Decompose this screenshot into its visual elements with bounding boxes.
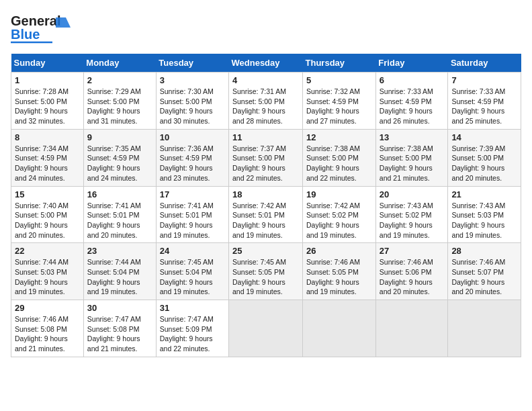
day-number: 20 bbox=[380, 189, 445, 199]
day-number: 24 bbox=[160, 246, 225, 256]
calendar-cell: 5Sunrise: 7:32 AMSunset: 4:59 PMDaylight… bbox=[303, 73, 376, 130]
day-info: Sunrise: 7:38 AMSunset: 5:00 PMDaylight:… bbox=[306, 144, 372, 183]
calendar-cell: 20Sunrise: 7:43 AMSunset: 5:02 PMDayligh… bbox=[375, 186, 448, 243]
calendar-cell: 3Sunrise: 7:30 AMSunset: 5:00 PMDaylight… bbox=[156, 73, 228, 130]
calendar-cell: 15Sunrise: 7:40 AMSunset: 5:00 PMDayligh… bbox=[11, 186, 84, 243]
svg-text:General: General bbox=[11, 13, 60, 28]
svg-marker-2 bbox=[56, 17, 71, 28]
calendar-cell: 26Sunrise: 7:46 AMSunset: 5:05 PMDayligh… bbox=[303, 243, 376, 300]
day-info: Sunrise: 7:37 AMSunset: 5:00 PMDaylight:… bbox=[232, 144, 299, 183]
calendar-cell: 13Sunrise: 7:38 AMSunset: 5:00 PMDayligh… bbox=[375, 129, 448, 186]
day-info: Sunrise: 7:38 AMSunset: 5:00 PMDaylight:… bbox=[380, 144, 445, 183]
calendar-cell: 14Sunrise: 7:39 AMSunset: 5:00 PMDayligh… bbox=[448, 129, 521, 186]
day-number: 14 bbox=[451, 132, 517, 142]
day-number: 10 bbox=[160, 132, 225, 142]
day-number: 27 bbox=[380, 246, 445, 256]
header: General Blue bbox=[11, 11, 521, 46]
svg-text:Blue: Blue bbox=[11, 27, 40, 42]
calendar-cell bbox=[229, 300, 303, 357]
calendar-cell: 24Sunrise: 7:45 AMSunset: 5:04 PMDayligh… bbox=[156, 243, 228, 300]
day-number: 5 bbox=[306, 75, 372, 85]
day-info: Sunrise: 7:43 AMSunset: 5:03 PMDaylight:… bbox=[451, 201, 517, 240]
day-number: 9 bbox=[87, 132, 152, 142]
day-number: 21 bbox=[451, 189, 517, 199]
day-number: 30 bbox=[87, 303, 152, 313]
day-info: Sunrise: 7:41 AMSunset: 5:01 PMDaylight:… bbox=[160, 201, 225, 240]
day-number: 11 bbox=[232, 132, 299, 142]
calendar-cell: 4Sunrise: 7:31 AMSunset: 5:00 PMDaylight… bbox=[229, 73, 303, 130]
main-container: General Blue SundayMondayTuesdayWednesda… bbox=[0, 0, 532, 363]
day-info: Sunrise: 7:39 AMSunset: 5:00 PMDaylight:… bbox=[451, 144, 517, 183]
weekday-wednesday: Wednesday bbox=[229, 54, 303, 73]
calendar-cell bbox=[375, 300, 448, 357]
week-row-1: 1Sunrise: 7:28 AMSunset: 5:00 PMDaylight… bbox=[11, 73, 521, 130]
day-info: Sunrise: 7:44 AMSunset: 5:03 PMDaylight:… bbox=[15, 257, 80, 297]
day-number: 15 bbox=[15, 189, 80, 199]
weekday-friday: Friday bbox=[375, 54, 448, 73]
day-info: Sunrise: 7:33 AMSunset: 4:59 PMDaylight:… bbox=[451, 87, 517, 126]
day-info: Sunrise: 7:46 AMSunset: 5:06 PMDaylight:… bbox=[380, 257, 445, 297]
day-number: 19 bbox=[306, 189, 372, 199]
calendar-cell: 29Sunrise: 7:46 AMSunset: 5:08 PMDayligh… bbox=[11, 300, 84, 357]
calendar-table: SundayMondayTuesdayWednesdayThursdayFrid… bbox=[11, 54, 521, 357]
day-number: 25 bbox=[232, 246, 299, 256]
calendar-cell: 6Sunrise: 7:33 AMSunset: 4:59 PMDaylight… bbox=[375, 73, 448, 130]
day-info: Sunrise: 7:47 AMSunset: 5:09 PMDaylight:… bbox=[160, 314, 225, 354]
day-info: Sunrise: 7:34 AMSunset: 4:59 PMDaylight:… bbox=[15, 144, 80, 183]
week-row-4: 22Sunrise: 7:44 AMSunset: 5:03 PMDayligh… bbox=[11, 243, 521, 300]
weekday-sunday: Sunday bbox=[11, 54, 84, 73]
day-number: 23 bbox=[87, 246, 152, 256]
day-info: Sunrise: 7:33 AMSunset: 4:59 PMDaylight:… bbox=[380, 87, 445, 126]
calendar-cell: 21Sunrise: 7:43 AMSunset: 5:03 PMDayligh… bbox=[448, 186, 521, 243]
calendar-cell: 18Sunrise: 7:42 AMSunset: 5:01 PMDayligh… bbox=[229, 186, 303, 243]
day-number: 12 bbox=[306, 132, 372, 142]
day-number: 1 bbox=[15, 75, 80, 85]
day-info: Sunrise: 7:45 AMSunset: 5:05 PMDaylight:… bbox=[232, 257, 299, 297]
day-number: 16 bbox=[87, 189, 152, 199]
day-info: Sunrise: 7:32 AMSunset: 4:59 PMDaylight:… bbox=[306, 87, 372, 126]
calendar-cell bbox=[448, 300, 521, 357]
calendar-cell: 11Sunrise: 7:37 AMSunset: 5:00 PMDayligh… bbox=[229, 129, 303, 186]
day-number: 3 bbox=[160, 75, 225, 85]
day-number: 2 bbox=[87, 75, 152, 85]
weekday-monday: Monday bbox=[83, 54, 156, 73]
day-info: Sunrise: 7:46 AMSunset: 5:08 PMDaylight:… bbox=[15, 314, 80, 354]
calendar-cell: 19Sunrise: 7:42 AMSunset: 5:02 PMDayligh… bbox=[303, 186, 376, 243]
day-info: Sunrise: 7:41 AMSunset: 5:01 PMDaylight:… bbox=[87, 201, 152, 240]
week-row-3: 15Sunrise: 7:40 AMSunset: 5:00 PMDayligh… bbox=[11, 186, 521, 243]
day-number: 4 bbox=[232, 75, 299, 85]
weekday-saturday: Saturday bbox=[448, 54, 521, 73]
day-number: 22 bbox=[15, 246, 80, 256]
calendar-cell: 12Sunrise: 7:38 AMSunset: 5:00 PMDayligh… bbox=[303, 129, 376, 186]
calendar-cell: 2Sunrise: 7:29 AMSunset: 5:00 PMDaylight… bbox=[83, 73, 156, 130]
day-number: 18 bbox=[232, 189, 299, 199]
calendar-cell: 22Sunrise: 7:44 AMSunset: 5:03 PMDayligh… bbox=[11, 243, 84, 300]
weekday-tuesday: Tuesday bbox=[156, 54, 228, 73]
calendar-cell: 8Sunrise: 7:34 AMSunset: 4:59 PMDaylight… bbox=[11, 129, 84, 186]
day-info: Sunrise: 7:40 AMSunset: 5:00 PMDaylight:… bbox=[15, 201, 80, 240]
calendar-cell bbox=[303, 300, 376, 357]
day-number: 7 bbox=[451, 75, 517, 85]
calendar-cell: 10Sunrise: 7:36 AMSunset: 4:59 PMDayligh… bbox=[156, 129, 228, 186]
calendar-cell: 27Sunrise: 7:46 AMSunset: 5:06 PMDayligh… bbox=[375, 243, 448, 300]
calendar-cell: 1Sunrise: 7:28 AMSunset: 5:00 PMDaylight… bbox=[11, 73, 84, 130]
day-info: Sunrise: 7:36 AMSunset: 4:59 PMDaylight:… bbox=[160, 144, 225, 183]
day-info: Sunrise: 7:43 AMSunset: 5:02 PMDaylight:… bbox=[380, 201, 445, 240]
day-info: Sunrise: 7:42 AMSunset: 5:01 PMDaylight:… bbox=[232, 201, 299, 240]
calendar-cell: 23Sunrise: 7:44 AMSunset: 5:04 PMDayligh… bbox=[83, 243, 156, 300]
day-number: 6 bbox=[380, 75, 445, 85]
day-number: 28 bbox=[451, 246, 517, 256]
day-number: 13 bbox=[380, 132, 445, 142]
calendar-cell: 30Sunrise: 7:47 AMSunset: 5:08 PMDayligh… bbox=[83, 300, 156, 357]
day-info: Sunrise: 7:45 AMSunset: 5:04 PMDaylight:… bbox=[160, 257, 225, 297]
day-number: 17 bbox=[160, 189, 225, 199]
week-row-5: 29Sunrise: 7:46 AMSunset: 5:08 PMDayligh… bbox=[11, 300, 521, 357]
day-number: 26 bbox=[306, 246, 372, 256]
day-number: 29 bbox=[15, 303, 80, 313]
calendar-cell: 7Sunrise: 7:33 AMSunset: 4:59 PMDaylight… bbox=[448, 73, 521, 130]
day-number: 31 bbox=[160, 303, 225, 313]
logo: General Blue bbox=[11, 11, 75, 46]
day-info: Sunrise: 7:44 AMSunset: 5:04 PMDaylight:… bbox=[87, 257, 152, 297]
day-info: Sunrise: 7:30 AMSunset: 5:00 PMDaylight:… bbox=[160, 87, 225, 126]
day-info: Sunrise: 7:28 AMSunset: 5:00 PMDaylight:… bbox=[15, 87, 80, 126]
